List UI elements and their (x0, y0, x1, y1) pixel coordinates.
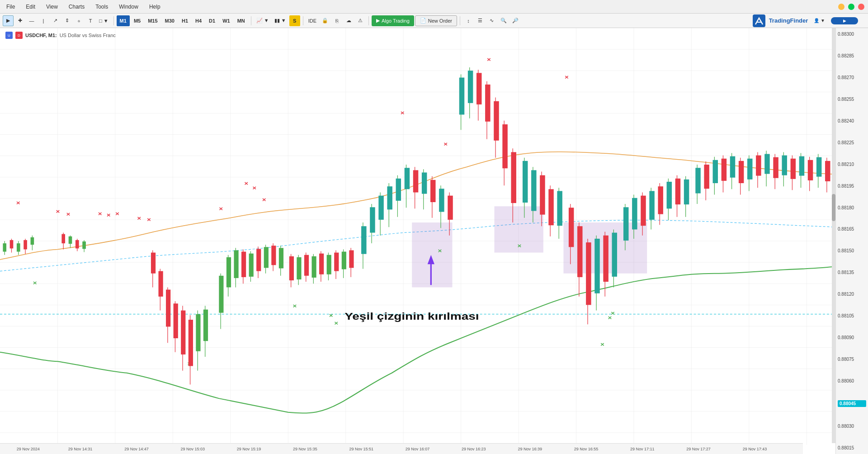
svg-rect-77 (61, 234, 65, 243)
svg-rect-213 (704, 165, 709, 189)
svg-rect-177 (540, 175, 545, 215)
svg-rect-217 (722, 159, 726, 181)
menu-tools[interactable]: Tools (93, 3, 111, 11)
maximize-button[interactable] (848, 4, 854, 10)
timeframe-mn[interactable]: MN (234, 15, 248, 26)
pitchfork-tool[interactable]: ℴ (73, 15, 84, 26)
minimize-button[interactable] (838, 4, 844, 10)
svg-rect-187 (586, 242, 591, 305)
time-label-12: 29 Nov 17:27 (686, 447, 711, 451)
indicators-btn[interactable]: 📈 ▼ (254, 15, 271, 26)
svg-rect-199 (641, 196, 646, 226)
svg-text:×: × (137, 215, 141, 221)
play-icon: ▶ (376, 18, 380, 24)
depth-btn[interactable]: ↕ (463, 15, 474, 26)
chart-type-btn[interactable]: ▮▮ ▼ (272, 15, 288, 26)
timeframe-m1[interactable]: M1 (117, 15, 130, 26)
account-btn[interactable]: 👤 ▼ (811, 15, 827, 26)
timeframe-h4[interactable]: H4 (192, 15, 205, 26)
svg-text:×: × (600, 341, 604, 348)
chart-header: U D USDCHF, M1: US Dollar vs Swiss Franc (5, 32, 116, 39)
timeframe-m30[interactable]: M30 (162, 15, 178, 26)
title-bar-left: File Edit View Charts Tools Window Help (4, 3, 163, 11)
signals-btn[interactable]: S (289, 15, 300, 26)
svg-text:×: × (252, 185, 256, 191)
time-label-3: 29 Nov 15:03 (180, 447, 205, 451)
timeframe-w1[interactable]: W1 (219, 15, 233, 26)
menu-help[interactable]: Help (146, 3, 163, 11)
scrollbar-vertical[interactable] (832, 28, 835, 443)
time-axis: 29 Nov 2024 29 Nov 14:31 29 Nov 14:47 29… (0, 443, 803, 454)
svg-text:×: × (262, 196, 266, 203)
svg-rect-73 (24, 240, 27, 249)
close-button[interactable] (858, 4, 864, 10)
svg-rect-149 (413, 170, 418, 192)
timeframe-h1[interactable]: H1 (179, 15, 191, 26)
svg-rect-167 (494, 101, 499, 141)
svg-rect-75 (31, 237, 34, 245)
algo-trading-button[interactable]: ▶ Algo Trading (372, 15, 414, 26)
ide-btn[interactable]: IDE (306, 15, 319, 26)
svg-rect-159 (459, 78, 464, 115)
svg-rect-219 (730, 156, 735, 178)
chart-line-btn[interactable]: ∿ (486, 15, 497, 26)
svg-text:Yeşil çizginin kırılması: Yeşil çizginin kırılması (344, 311, 479, 322)
shapes-tool[interactable]: □ ▼ (97, 15, 111, 26)
time-label-9: 29 Nov 16:39 (518, 447, 542, 451)
menu-window[interactable]: Window (116, 3, 141, 11)
svg-rect-195 (623, 207, 628, 241)
price-level-19: 0.88015 (838, 445, 866, 450)
chart-icon-1: U (5, 32, 13, 39)
price-level-18: 0.88030 (838, 424, 866, 429)
svg-rect-127 (319, 254, 324, 274)
time-label-6: 29 Nov 15:51 (349, 447, 373, 451)
crosshair-tool[interactable]: ✚ (14, 15, 25, 26)
svg-rect-143 (387, 186, 392, 209)
price-level-3: 0.88255 (838, 97, 866, 102)
hline-tool[interactable]: — (26, 15, 37, 26)
menu-view[interactable]: View (43, 3, 61, 11)
timeframe-d1[interactable]: D1 (206, 15, 218, 26)
alerts-btn[interactable]: ⚠ (355, 15, 366, 26)
svg-rect-69 (10, 240, 14, 248)
svg-rect-97 (196, 314, 200, 351)
channel-tool[interactable]: ⇕ (61, 15, 72, 26)
svg-rect-163 (476, 73, 481, 104)
svg-rect-145 (396, 179, 401, 201)
svg-rect-171 (511, 152, 516, 203)
trendline-tool[interactable]: ↗ (50, 15, 61, 26)
timeframe-m5[interactable]: M5 (131, 15, 144, 26)
connect-btn[interactable]: ⎘ (331, 15, 342, 26)
price-level-10: 0.88150 (838, 248, 866, 253)
timeframe-m15[interactable]: M15 (145, 15, 160, 26)
svg-rect-131 (334, 253, 339, 271)
svg-rect-79 (69, 236, 72, 244)
cursor-tool[interactable]: ▶ (3, 15, 14, 26)
chart-compare-btn[interactable]: ☰ (475, 15, 486, 26)
svg-rect-189 (594, 239, 599, 293)
account-balance: ▶ (831, 17, 858, 24)
menu-edit[interactable]: Edit (23, 3, 38, 11)
zoom-in-btn[interactable]: 🔍 (498, 15, 509, 26)
chart-main[interactable]: U D USDCHF, M1: US Dollar vs Swiss Franc (0, 28, 835, 454)
svg-rect-71 (17, 243, 20, 251)
svg-rect-221 (739, 161, 744, 183)
vline-tool[interactable]: | (38, 15, 49, 26)
logo-icon (753, 14, 765, 27)
menu-charts[interactable]: Charts (66, 3, 87, 11)
svg-rect-229 (773, 157, 778, 178)
menu-bar[interactable]: File Edit View Charts Tools Window Help (4, 3, 163, 11)
lock-btn[interactable]: 🔒 (320, 15, 330, 26)
new-order-button[interactable]: 📄 New Order (415, 15, 457, 26)
cloud-btn[interactable]: ☁ (343, 15, 354, 26)
zoom-out-btn[interactable]: 🔎 (510, 15, 521, 26)
menu-file[interactable]: File (4, 3, 18, 11)
chart-description: US Dollar vs Swiss Franc (60, 33, 116, 38)
separator-2 (251, 16, 251, 25)
svg-rect-101 (219, 276, 223, 313)
svg-text:×: × (438, 247, 442, 254)
svg-text:×: × (292, 303, 297, 309)
svg-rect-191 (603, 236, 608, 282)
scrollbar-thumb[interactable] (832, 194, 835, 221)
text-tool[interactable]: T (85, 15, 96, 26)
